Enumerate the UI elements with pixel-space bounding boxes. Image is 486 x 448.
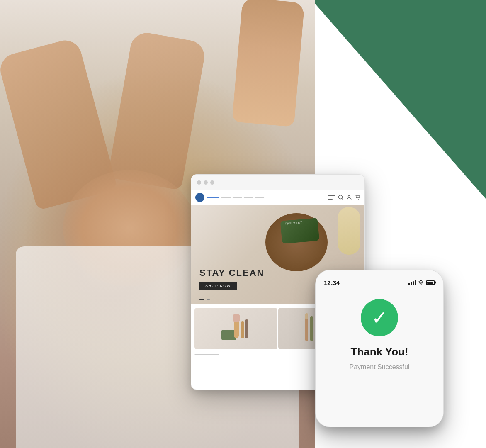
loofah-decoration bbox=[338, 207, 360, 255]
hero-carousel-dots bbox=[199, 299, 210, 300]
hero-title: STAY CLEAN bbox=[199, 268, 265, 278]
phone-time: 12:34 bbox=[324, 279, 340, 286]
browser-navbar bbox=[191, 190, 364, 205]
product-items-1 bbox=[194, 308, 277, 349]
nav-link-1 bbox=[207, 197, 219, 198]
wifi-icon bbox=[418, 280, 424, 285]
product-card-1[interactable] bbox=[194, 308, 277, 349]
svg-rect-5 bbox=[221, 330, 236, 340]
phone-status-bar: 12:34 bbox=[316, 270, 443, 291]
hamburger-icon[interactable] bbox=[328, 195, 335, 200]
nav-link-2 bbox=[221, 197, 231, 198]
svg-rect-9 bbox=[245, 319, 248, 338]
browser-dot-2 bbox=[204, 180, 208, 185]
hero-dot-2[interactable] bbox=[207, 299, 210, 300]
browser-titlebar bbox=[191, 175, 364, 190]
nav-links bbox=[207, 197, 326, 198]
signal-bar-4 bbox=[415, 280, 416, 285]
signal-bar-3 bbox=[413, 281, 414, 285]
shop-now-button[interactable]: SHOP NOW bbox=[199, 282, 237, 290]
hand-top-right bbox=[232, 0, 305, 127]
phone-content: ✓ Thank You! Payment Successful bbox=[316, 291, 443, 379]
svg-point-2 bbox=[348, 196, 350, 198]
svg-rect-12 bbox=[310, 316, 313, 341]
nav-logo bbox=[195, 193, 204, 202]
svg-rect-7 bbox=[233, 314, 240, 322]
battery-icon bbox=[426, 280, 435, 285]
svg-point-3 bbox=[357, 199, 357, 200]
signal-bar-2 bbox=[411, 282, 412, 285]
success-circle: ✓ bbox=[361, 299, 398, 336]
svg-line-1 bbox=[342, 199, 344, 200]
hero-dot-1[interactable] bbox=[199, 299, 204, 300]
phone-status-icons bbox=[408, 280, 435, 285]
signal-icon bbox=[408, 280, 416, 285]
payment-status-text: Payment Successful bbox=[350, 363, 410, 371]
cart-icon[interactable] bbox=[355, 195, 360, 200]
thank-you-heading: Thank You! bbox=[350, 346, 408, 358]
nav-link-5 bbox=[255, 197, 264, 198]
nav-link-3 bbox=[233, 197, 242, 198]
svg-rect-8 bbox=[241, 321, 244, 338]
svg-rect-11 bbox=[305, 313, 308, 319]
nav-action-icons bbox=[328, 195, 360, 200]
nav-link-4 bbox=[244, 197, 253, 198]
check-icon: ✓ bbox=[372, 308, 388, 327]
brush-illustration bbox=[219, 311, 253, 346]
hero-text-block: STAY CLEAN SHOP NOW bbox=[199, 268, 265, 290]
background-green-shape bbox=[312, 0, 486, 199]
signal-bar-1 bbox=[408, 283, 410, 285]
svg-point-18 bbox=[420, 284, 421, 285]
browser-dot-3 bbox=[210, 180, 214, 185]
search-icon[interactable] bbox=[338, 195, 344, 200]
browser-dot-1 bbox=[197, 180, 201, 185]
svg-point-4 bbox=[358, 199, 359, 200]
scroll-left bbox=[194, 354, 219, 355]
phone-mockup: 12:34 ✓ bbox=[315, 270, 444, 427]
user-icon[interactable] bbox=[346, 195, 352, 200]
